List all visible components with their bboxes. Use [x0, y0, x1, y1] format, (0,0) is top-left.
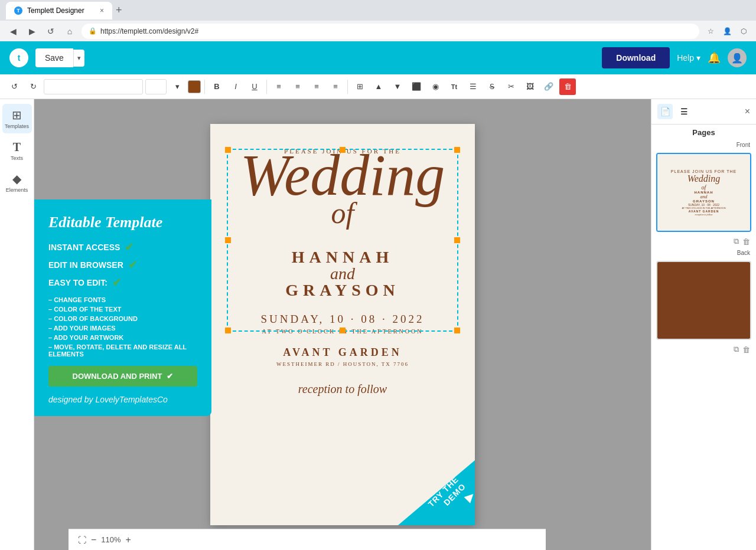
- templates-icon: ⊞: [12, 108, 22, 122]
- align-justify-btn[interactable]: ≡: [327, 78, 344, 95]
- notifications-button[interactable]: 🔔: [708, 51, 721, 64]
- panel-tab-icons: 📄 ☰: [657, 104, 692, 119]
- handle-top-left[interactable]: [225, 147, 231, 153]
- front-page-thumbnail[interactable]: PLEASE JOIN US FOR THE Wedding of HANNAH…: [656, 153, 751, 232]
- canvas-area: Editable Template INSTANT ACCESS ✔ EDIT …: [34, 99, 651, 550]
- lock-icon: 🔒: [89, 27, 97, 35]
- zoom-level-display: 110%: [101, 535, 120, 544]
- back-page-delete-btn[interactable]: 🗑: [742, 345, 750, 354]
- promo-footer: designed by LovelyTemplatesCo: [48, 395, 197, 404]
- pages-tab-btn[interactable]: 📄: [657, 104, 673, 119]
- pages-panel-title: Pages: [651, 125, 756, 140]
- refresh-btn[interactable]: ↺: [44, 24, 58, 38]
- bold-btn[interactable]: B: [208, 78, 225, 95]
- handle-top-right[interactable]: [454, 147, 460, 153]
- list-btn[interactable]: ☰: [465, 78, 481, 95]
- wedding-card[interactable]: PLEASE JOIN US FOR THE Wedding of HANNAH…: [210, 124, 475, 525]
- layers-tab-btn[interactable]: ☰: [676, 104, 692, 119]
- panel-header: 📄 ☰ ×: [651, 99, 756, 125]
- panel-close-btn[interactable]: ×: [745, 106, 750, 117]
- front-page-delete-btn[interactable]: 🗑: [742, 237, 750, 246]
- tab-title: Templett Designer: [27, 6, 84, 15]
- app-header: t Save ▾ Download Help ▾ 🔔 👤: [0, 41, 756, 74]
- front-thumb-content: PLEASE JOIN US FOR THE Wedding of HANNAH…: [657, 154, 750, 231]
- promo-title: Editable Template: [48, 214, 197, 231]
- handle-mid-right[interactable]: [454, 237, 460, 243]
- handle-bottom-left[interactable]: [225, 328, 231, 333]
- align-center-btn[interactable]: ≡: [289, 78, 306, 95]
- zoom-out-btn[interactable]: −: [91, 535, 96, 545]
- font-name-input[interactable]: Classy Script G: [44, 79, 143, 94]
- elements-icon: ◆: [12, 172, 21, 186]
- image-btn[interactable]: 🖼: [522, 78, 538, 95]
- align-right-btn[interactable]: ≡: [308, 78, 325, 95]
- card-date-text[interactable]: SUNDAY, 10 · 08 · 2022: [261, 313, 425, 326]
- front-page-actions: ⧉ 🗑: [651, 237, 756, 248]
- profile-icon[interactable]: 👤: [721, 25, 734, 38]
- bookmark-icon[interactable]: ☆: [704, 25, 717, 38]
- promo-instant-access: INSTANT ACCESS ✔: [48, 241, 197, 254]
- text-color-swatch[interactable]: [188, 80, 201, 93]
- layer-down-btn[interactable]: ▼: [389, 78, 406, 95]
- save-dropdown-btn[interactable]: ▾: [73, 50, 84, 67]
- back-thumb-content: [657, 262, 750, 339]
- text-style-btn[interactable]: Tt: [446, 78, 462, 95]
- card-grayson-text[interactable]: GRAYSON: [285, 281, 399, 300]
- align-left-btn[interactable]: ≡: [271, 78, 287, 95]
- try-demo-badge[interactable]: TRY THE DEMO ▶: [398, 460, 475, 525]
- handle-bottom-right[interactable]: [454, 328, 460, 333]
- text-strikethrough-btn[interactable]: S̶: [484, 78, 500, 95]
- layer-up-btn[interactable]: ▲: [370, 78, 387, 95]
- back-btn[interactable]: ◀: [6, 24, 20, 38]
- divider-1: [204, 80, 205, 94]
- underline-btn[interactable]: U: [246, 78, 263, 95]
- promo-easy-to-edit: EASY TO EDIT: ✔: [48, 276, 197, 289]
- sidebar-item-templates[interactable]: ⊞ Templates: [2, 104, 32, 133]
- card-time-text[interactable]: AT TWO O'CLOCK IN THE AFTERNOON: [262, 328, 423, 335]
- back-page-thumbnail[interactable]: [656, 261, 751, 340]
- card-of-text[interactable]: of: [331, 196, 354, 230]
- fullscreen-btn[interactable]: ⛶: [78, 535, 86, 545]
- download-button[interactable]: Download: [602, 47, 670, 68]
- forward-btn[interactable]: ▶: [25, 24, 39, 38]
- main-layout: ⊞ Templates T Texts ◆ Elements Editable …: [0, 99, 756, 550]
- link-btn[interactable]: 🔗: [540, 78, 557, 95]
- tab-close-btn[interactable]: ×: [100, 6, 104, 15]
- new-tab-btn[interactable]: +: [116, 4, 122, 17]
- promo-edit-in-browser: EDIT IN BROWSER ✔: [48, 258, 197, 271]
- redo-btn[interactable]: ↻: [25, 78, 41, 95]
- sidebar-item-texts[interactable]: T Texts: [2, 136, 32, 165]
- font-size-input[interactable]: -: [145, 79, 167, 94]
- app-logo: t: [9, 48, 28, 67]
- front-page-copy-btn[interactable]: ⧉: [734, 237, 739, 246]
- promo-features-list: – CHANGE FONTS – COLOR OF THE TEXT – COL…: [48, 296, 197, 358]
- size-dropdown-btn[interactable]: ▾: [169, 78, 185, 95]
- card-reception-text[interactable]: reception to follow: [298, 382, 387, 396]
- card-venue-text[interactable]: AVANT GARDEN: [283, 346, 402, 359]
- effects-btn[interactable]: ◉: [427, 78, 444, 95]
- zoom-in-btn[interactable]: +: [126, 535, 131, 545]
- home-btn[interactable]: ⌂: [63, 24, 77, 38]
- card-address-text[interactable]: WESTHEIMER RD / HOUSTON, TX 7706: [276, 361, 409, 367]
- save-button[interactable]: Save: [35, 48, 73, 67]
- crop-btn[interactable]: ✂: [503, 78, 519, 95]
- address-bar[interactable]: 🔒 https://templett.com/design/v2#: [82, 24, 699, 39]
- promo-download-print-btn[interactable]: DOWNLOAD AND PRINT ✔: [48, 366, 197, 387]
- promo-overlay: Editable Template INSTANT ACCESS ✔ EDIT …: [34, 199, 211, 416]
- active-tab[interactable]: T Templett Designer ×: [6, 2, 112, 19]
- url-text: https://templett.com/design/v2#: [100, 27, 198, 35]
- italic-btn[interactable]: I: [227, 78, 244, 95]
- back-page-copy-btn[interactable]: ⧉: [734, 345, 739, 354]
- undo-btn[interactable]: ↺: [6, 78, 22, 95]
- delete-btn[interactable]: 🗑: [559, 78, 576, 95]
- right-panel: 📄 ☰ × Pages Front PLEASE JOIN US FOR THE…: [651, 99, 756, 550]
- help-button[interactable]: Help ▾: [677, 53, 700, 63]
- handle-mid-left[interactable]: [225, 237, 231, 243]
- card-wedding-text[interactable]: Wedding: [240, 149, 445, 202]
- add-box-btn[interactable]: ⊞: [351, 78, 368, 95]
- user-avatar-button[interactable]: 👤: [728, 48, 747, 67]
- background-btn[interactable]: ⬛: [408, 78, 425, 95]
- browser-nav-bar: ◀ ▶ ↺ ⌂ 🔒 https://templett.com/design/v2…: [0, 21, 756, 41]
- sidebar-item-elements[interactable]: ◆ Elements: [2, 168, 32, 197]
- extensions-icon[interactable]: ⬡: [737, 25, 750, 38]
